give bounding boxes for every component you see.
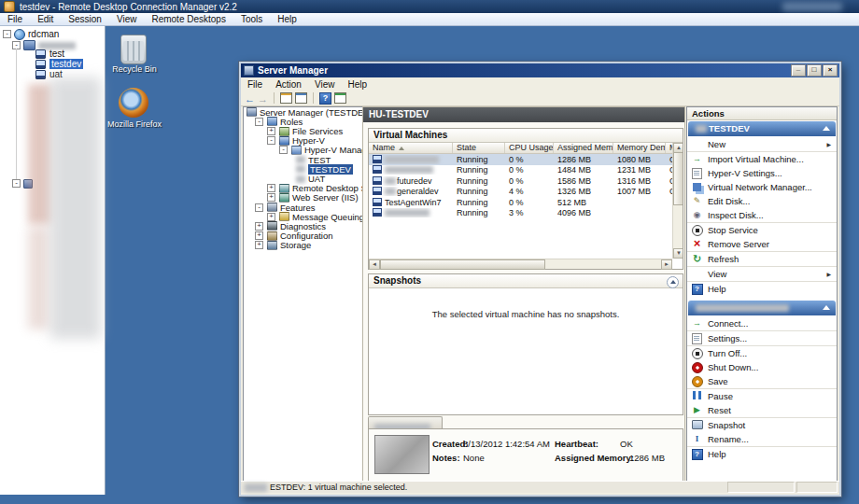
tree-item-rdcman[interactable]: rdcman bbox=[3, 29, 59, 39]
expander-icon[interactable] bbox=[267, 184, 275, 192]
vm-row[interactable]: futuredev Running 0 % 1586 MB 1316 MB O bbox=[369, 175, 683, 187]
actions-section-vm-header[interactable] bbox=[688, 301, 836, 315]
sm-menu-help[interactable]: Help bbox=[341, 79, 373, 90]
recycle-bin-label[interactable]: Recycle Bin bbox=[105, 64, 164, 74]
sm-titlebar[interactable]: Server Manager bbox=[241, 63, 839, 77]
tree-item-testdev[interactable]: TESTDEV bbox=[244, 164, 362, 174]
redacted-block bbox=[28, 227, 49, 329]
action-view[interactable]: View bbox=[687, 266, 837, 281]
tree-item-diagnostics[interactable]: Diagnostics bbox=[244, 221, 362, 231]
firefox-icon[interactable] bbox=[119, 88, 148, 118]
recycle-bin-icon[interactable] bbox=[120, 35, 147, 64]
action-reset[interactable]: Reset bbox=[687, 403, 837, 417]
action-virtual-network-manager[interactable]: Virtual Network Manager... bbox=[687, 180, 837, 194]
action-help-2[interactable]: Help bbox=[687, 446, 837, 461]
action-settings[interactable]: Settings... bbox=[687, 330, 837, 345]
scroll-left-button[interactable] bbox=[369, 259, 380, 270]
minimize-button[interactable] bbox=[791, 64, 806, 77]
show-action-pane-icon[interactable] bbox=[334, 92, 346, 104]
expander-icon[interactable] bbox=[267, 127, 275, 135]
tree-item-uat[interactable]: UAT bbox=[244, 175, 362, 184]
expander-icon[interactable] bbox=[255, 222, 263, 231]
forward-button[interactable] bbox=[258, 90, 268, 106]
menu-remote-desktops[interactable]: Remote Desktops bbox=[144, 14, 232, 24]
vm-row[interactable]: Running 0 % 1286 MB 1080 MB O bbox=[369, 154, 683, 165]
tree-item-testdev[interactable]: testdev bbox=[35, 59, 83, 69]
tree-item-web-server[interactable]: Web Server (IIS) bbox=[244, 193, 362, 203]
action-new[interactable]: New bbox=[687, 137, 837, 151]
action-edit-disk[interactable]: Edit Disk... bbox=[687, 194, 837, 208]
tree-item-roles[interactable]: Roles bbox=[244, 117, 362, 126]
collapse-button[interactable] bbox=[667, 276, 679, 288]
expander-icon[interactable] bbox=[267, 193, 275, 202]
expander-icon[interactable] bbox=[3, 30, 11, 38]
expander-icon[interactable] bbox=[255, 241, 263, 249]
menu-view[interactable]: View bbox=[109, 14, 145, 24]
firefox-label[interactable]: Mozilla Firefox bbox=[105, 119, 164, 129]
tree-item-hyperv[interactable]: Hyper-V bbox=[244, 136, 362, 146]
menu-session[interactable]: Session bbox=[61, 14, 109, 24]
close-button[interactable] bbox=[823, 64, 838, 77]
menu-tools[interactable]: Tools bbox=[233, 14, 270, 24]
action-turn-off[interactable]: Turn Off... bbox=[687, 345, 837, 360]
redacted-block bbox=[28, 84, 50, 224]
scroll-thumb[interactable] bbox=[380, 259, 545, 270]
action-rename[interactable]: Rename... bbox=[687, 432, 837, 446]
vm-vertical-scrollbar[interactable] bbox=[672, 143, 683, 259]
rdcman-titlebar: testdev - Remote Desktop Connection Mana… bbox=[0, 0, 859, 13]
action-help[interactable]: Help bbox=[687, 281, 837, 296]
tree-item-test[interactable]: TEST bbox=[244, 155, 362, 164]
sm-menu-action[interactable]: Action bbox=[269, 79, 308, 90]
action-inspect-disk[interactable]: Inspect Disk... bbox=[687, 208, 837, 222]
menu-help[interactable]: Help bbox=[270, 14, 304, 24]
expander-icon[interactable] bbox=[267, 136, 275, 145]
vm-horizontal-scrollbar[interactable] bbox=[369, 259, 672, 269]
menu-edit[interactable]: Edit bbox=[30, 14, 61, 24]
tree-item-storage[interactable]: Storage bbox=[244, 241, 362, 250]
help-toolbar-icon[interactable] bbox=[319, 92, 331, 105]
action-remove-server[interactable]: Remove Server bbox=[687, 237, 837, 251]
vm-row[interactable]: generaldev Running 4 % 1326 MB 1007 MB O bbox=[369, 187, 683, 198]
menu-file[interactable]: File bbox=[0, 14, 30, 24]
action-hyperv-settings[interactable]: Hyper-V Settings... bbox=[687, 166, 837, 180]
action-save[interactable]: Save bbox=[687, 374, 837, 388]
action-refresh[interactable]: Refresh bbox=[687, 251, 837, 266]
vm-icon bbox=[373, 165, 382, 174]
show-console-tree-icon[interactable] bbox=[295, 92, 307, 104]
action-connect[interactable]: Connect... bbox=[687, 316, 837, 330]
expander-icon[interactable] bbox=[255, 231, 263, 240]
scroll-thumb[interactable] bbox=[673, 152, 683, 205]
expander-icon[interactable] bbox=[279, 146, 288, 154]
maximize-button[interactable] bbox=[807, 64, 822, 77]
action-pause[interactable]: Pause bbox=[687, 388, 837, 403]
action-snapshot[interactable]: Snapshot bbox=[687, 417, 837, 432]
actions-section-server-header[interactable]: TESTDEV bbox=[688, 121, 836, 136]
redacted-vm-name-prefix bbox=[385, 188, 396, 195]
vm-row[interactable]: TestAgentWin7 Running 0 % 512 MB bbox=[369, 197, 683, 208]
vm-row[interactable]: Running 3 % 4096 MB bbox=[369, 208, 683, 219]
export-list-icon[interactable] bbox=[280, 92, 292, 104]
expander-icon[interactable] bbox=[267, 213, 275, 221]
action-import-virtual-machine[interactable]: Import Virtual Machine... bbox=[687, 151, 837, 166]
action-shut-down[interactable]: Shut Down... bbox=[687, 360, 837, 374]
action-stop-service[interactable]: Stop Service bbox=[687, 222, 837, 237]
expander-icon[interactable] bbox=[255, 118, 263, 126]
expander-icon[interactable] bbox=[12, 179, 21, 188]
tree-item-features[interactable]: Features bbox=[244, 203, 362, 212]
tree-item-server-manager-root[interactable]: Server Manager ( TESTDEV) bbox=[244, 107, 362, 117]
expander-icon[interactable] bbox=[255, 203, 263, 212]
scroll-right-button[interactable] bbox=[661, 259, 672, 270]
scroll-down-button[interactable] bbox=[673, 248, 683, 259]
vm-table-header[interactable]: Name State CPU Usage Assigned Memory Mem… bbox=[369, 143, 683, 154]
vm-details-tab[interactable] bbox=[368, 416, 443, 429]
tree-item-test[interactable]: test bbox=[35, 49, 64, 59]
sm-menu-file[interactable]: File bbox=[241, 79, 269, 90]
tree-item-message-queuing[interactable]: Message Queuing bbox=[244, 212, 362, 221]
tree-item-remote-desktop-services[interactable]: Remote Desktop Services bbox=[244, 184, 362, 193]
back-button[interactable] bbox=[245, 90, 255, 106]
tree-item-configuration[interactable]: Configuration bbox=[244, 231, 362, 241]
vm-row[interactable]: Running 0 % 1484 MB 1231 MB O bbox=[369, 165, 683, 176]
tree-item-hyperv-manager[interactable]: Hyper-V Manager bbox=[244, 146, 362, 155]
sm-menu-view[interactable]: View bbox=[308, 79, 342, 90]
tree-item-file-services[interactable]: File Services bbox=[244, 127, 362, 136]
